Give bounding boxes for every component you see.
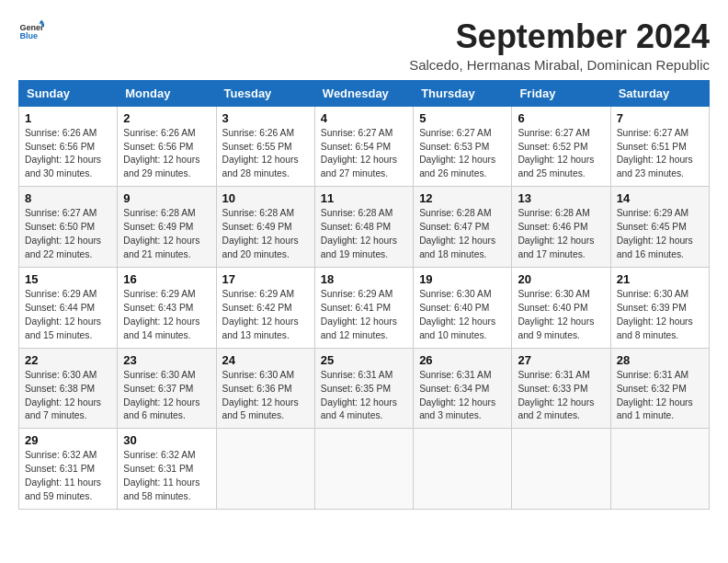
- cell-info: Sunrise: 6:28 AM: [321, 207, 407, 221]
- cell-info: and 28 minutes.: [222, 167, 309, 181]
- title-area: September 2024 Salcedo, Hermanas Mirabal…: [409, 18, 710, 73]
- calendar-cell: 24Sunrise: 6:30 AMSunset: 6:36 PMDayligh…: [216, 348, 314, 429]
- calendar-cell: 3Sunrise: 6:26 AMSunset: 6:55 PMDaylight…: [216, 106, 314, 187]
- svg-text:General: General: [19, 23, 44, 32]
- cell-info: Daylight: 12 hours: [419, 154, 506, 167]
- cell-info: Sunrise: 6:30 AM: [617, 288, 703, 302]
- calendar-cell: 20Sunrise: 6:30 AMSunset: 6:40 PMDayligh…: [512, 267, 610, 348]
- cell-info: Daylight: 12 hours: [617, 154, 703, 167]
- col-header-saturday: Saturday: [610, 80, 709, 106]
- cell-info: Sunset: 6:32 PM: [617, 383, 703, 396]
- cell-info: Sunrise: 6:26 AM: [25, 127, 111, 141]
- day-number: 3: [222, 111, 309, 125]
- cell-info: Daylight: 11 hours: [25, 477, 111, 490]
- cell-info: and 17 minutes.: [518, 248, 604, 262]
- cell-info: and 22 minutes.: [25, 248, 111, 262]
- cell-info: and 4 minutes.: [321, 409, 407, 423]
- cell-info: Sunset: 6:54 PM: [321, 141, 407, 155]
- cell-info: Sunset: 6:49 PM: [123, 221, 210, 235]
- col-header-sunday: Sunday: [19, 80, 118, 106]
- cell-info: Daylight: 12 hours: [123, 316, 210, 329]
- cell-info: and 25 minutes.: [518, 167, 604, 181]
- cell-info: Sunrise: 6:29 AM: [617, 207, 703, 221]
- cell-info: Daylight: 12 hours: [617, 396, 703, 410]
- day-number: 14: [617, 191, 703, 205]
- cell-info: and 58 minutes.: [123, 490, 210, 504]
- cell-info: Sunset: 6:31 PM: [25, 463, 111, 477]
- cell-info: Daylight: 11 hours: [123, 477, 210, 490]
- cell-info: Sunset: 6:47 PM: [419, 221, 506, 235]
- calendar-cell: 12Sunrise: 6:28 AMSunset: 6:47 PMDayligh…: [414, 187, 512, 268]
- cell-info: and 10 minutes.: [419, 329, 506, 343]
- cell-info: and 3 minutes.: [419, 409, 506, 423]
- cell-info: Sunset: 6:44 PM: [25, 302, 111, 316]
- cell-info: Daylight: 12 hours: [419, 316, 506, 329]
- cell-info: Daylight: 12 hours: [25, 396, 111, 410]
- cell-info: Sunrise: 6:31 AM: [419, 369, 506, 383]
- svg-marker-2: [39, 19, 44, 23]
- cell-info: and 9 minutes.: [518, 329, 604, 343]
- day-number: 12: [419, 191, 506, 205]
- cell-info: and 13 minutes.: [222, 329, 309, 343]
- day-number: 1: [25, 111, 111, 125]
- day-number: 6: [518, 111, 604, 125]
- day-number: 17: [222, 272, 309, 286]
- day-number: 25: [321, 353, 407, 367]
- cell-info: and 27 minutes.: [321, 167, 407, 181]
- cell-info: Sunrise: 6:30 AM: [419, 288, 506, 302]
- day-number: 23: [123, 353, 210, 367]
- day-number: 7: [617, 111, 703, 125]
- calendar-cell: [314, 429, 413, 510]
- cell-info: Daylight: 12 hours: [518, 235, 604, 248]
- calendar-cell: 8Sunrise: 6:27 AMSunset: 6:50 PMDaylight…: [19, 187, 118, 268]
- cell-info: Sunset: 6:51 PM: [617, 141, 703, 155]
- cell-info: Daylight: 12 hours: [617, 316, 703, 329]
- col-header-wednesday: Wednesday: [314, 80, 413, 106]
- calendar-cell: 27Sunrise: 6:31 AMSunset: 6:33 PMDayligh…: [512, 348, 610, 429]
- day-number: 11: [321, 191, 407, 205]
- cell-info: Daylight: 12 hours: [25, 235, 111, 248]
- calendar-cell: 1Sunrise: 6:26 AMSunset: 6:56 PMDaylight…: [19, 106, 118, 187]
- calendar-cell: 22Sunrise: 6:30 AMSunset: 6:38 PMDayligh…: [19, 348, 118, 429]
- day-number: 15: [25, 272, 111, 286]
- calendar-cell: [512, 429, 610, 510]
- cell-info: and 26 minutes.: [419, 167, 506, 181]
- cell-info: and 59 minutes.: [25, 490, 111, 504]
- calendar-cell: 6Sunrise: 6:27 AMSunset: 6:52 PMDaylight…: [512, 106, 610, 187]
- cell-info: Sunrise: 6:26 AM: [222, 127, 309, 141]
- cell-info: and 15 minutes.: [25, 329, 111, 343]
- cell-info: and 14 minutes.: [123, 329, 210, 343]
- calendar-cell: 10Sunrise: 6:28 AMSunset: 6:49 PMDayligh…: [216, 187, 314, 268]
- day-number: 26: [419, 353, 506, 367]
- cell-info: Sunrise: 6:31 AM: [617, 369, 703, 383]
- week-row-4: 22Sunrise: 6:30 AMSunset: 6:38 PMDayligh…: [19, 348, 710, 429]
- calendar-cell: [216, 429, 314, 510]
- cell-info: and 29 minutes.: [123, 167, 210, 181]
- calendar-cell: 7Sunrise: 6:27 AMSunset: 6:51 PMDaylight…: [610, 106, 709, 187]
- calendar-table: SundayMondayTuesdayWednesdayThursdayFrid…: [18, 80, 710, 510]
- cell-info: and 1 minute.: [617, 409, 703, 423]
- cell-info: and 21 minutes.: [123, 248, 210, 262]
- day-number: 2: [123, 111, 210, 125]
- calendar-cell: 26Sunrise: 6:31 AMSunset: 6:34 PMDayligh…: [414, 348, 512, 429]
- calendar-cell: 14Sunrise: 6:29 AMSunset: 6:45 PMDayligh…: [610, 187, 709, 268]
- day-number: 19: [419, 272, 506, 286]
- cell-info: Sunrise: 6:27 AM: [518, 127, 604, 141]
- col-header-monday: Monday: [118, 80, 216, 106]
- calendar-cell: [414, 429, 512, 510]
- cell-info: Sunrise: 6:29 AM: [321, 288, 407, 302]
- cell-info: Sunset: 6:55 PM: [222, 141, 309, 155]
- logo: General Blue: [18, 18, 44, 44]
- col-header-tuesday: Tuesday: [216, 80, 314, 106]
- cell-info: Sunrise: 6:30 AM: [25, 369, 111, 383]
- cell-info: Daylight: 12 hours: [518, 396, 604, 410]
- col-header-thursday: Thursday: [414, 80, 512, 106]
- calendar-cell: 16Sunrise: 6:29 AMSunset: 6:43 PMDayligh…: [118, 267, 216, 348]
- calendar-cell: 29Sunrise: 6:32 AMSunset: 6:31 PMDayligh…: [19, 429, 118, 510]
- week-row-1: 1Sunrise: 6:26 AMSunset: 6:56 PMDaylight…: [19, 106, 710, 187]
- cell-info: Sunset: 6:35 PM: [321, 383, 407, 396]
- cell-info: Sunrise: 6:27 AM: [321, 127, 407, 141]
- cell-info: Sunset: 6:40 PM: [518, 302, 604, 316]
- week-row-5: 29Sunrise: 6:32 AMSunset: 6:31 PMDayligh…: [19, 429, 710, 510]
- cell-info: and 12 minutes.: [321, 329, 407, 343]
